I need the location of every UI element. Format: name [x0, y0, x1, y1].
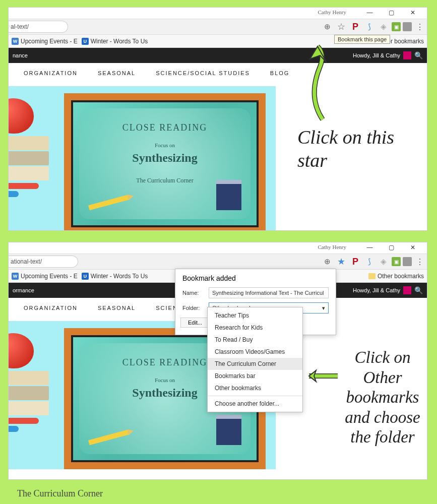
menu-dots-icon[interactable]: ⋮ — [414, 21, 426, 33]
admin-greeting[interactable]: Howdy, Jill & Cathy — [353, 52, 400, 58]
dropdown-item[interactable]: Other bookmarks — [208, 382, 302, 394]
pinterest-icon[interactable]: P — [349, 21, 361, 33]
wp-admin-bar: nance Howdy, Jill & Cathy 🔍 — [9, 48, 427, 63]
dropdown-item[interactable]: Research for Kids — [208, 322, 302, 334]
avatar-icon[interactable] — [403, 286, 411, 294]
close-button[interactable] — [403, 8, 423, 18]
notebook-image — [216, 415, 241, 445]
annotation-text-bottom: Click on Other bookmarks and choose the … — [335, 348, 430, 448]
poster-subtitle: Focus on — [155, 377, 175, 383]
admin-bar-left: nance — [13, 52, 28, 58]
admin-bar-left: ormance — [13, 287, 34, 293]
bookmark-name-input[interactable] — [209, 287, 329, 298]
nav-blog[interactable]: BLOG — [270, 70, 290, 76]
book-image — [9, 151, 49, 165]
site-nav: ORGANIZATION SEASONAL SCIENCE/SOCIAL STU… — [9, 63, 427, 83]
dropdown-item[interactable]: To Read / Buy — [208, 334, 302, 346]
nav-organization[interactable]: ORGANIZATION — [24, 70, 78, 76]
screenshot-top: Cathy Henry ☆ P ⟆ ◈ ▣ ⋮ Bookmark this pa… — [8, 7, 427, 231]
window-username: Cathy Henry — [318, 9, 346, 15]
chevron-down-icon: ▾ — [322, 305, 325, 311]
folder-dropdown: Teacher Tips Research for Kids To Read /… — [207, 307, 303, 412]
nav-seasonal[interactable]: SEASONAL — [98, 70, 136, 76]
notebook-image — [216, 180, 241, 210]
minimize-button[interactable] — [359, 242, 380, 253]
search-icon[interactable]: 🔍 — [414, 51, 423, 59]
pinterest-icon[interactable]: P — [349, 256, 361, 268]
other-bookmarks-link[interactable]: Other bookmarks — [368, 273, 424, 280]
green-extension-icon[interactable]: ▣ — [392, 22, 401, 31]
annotation-text-top: Click on this star — [297, 126, 413, 172]
bookmark-item[interactable]: WUpcoming Events - E — [12, 38, 78, 45]
poster-word: Synthesizing — [132, 151, 197, 165]
nav-science[interactable]: SCIENCE/SOCIAL STUDIES — [156, 70, 250, 76]
favicon-w-icon: W — [12, 38, 19, 45]
popup-title: Bookmark added — [182, 274, 329, 282]
marker-image — [9, 418, 39, 424]
favicon-u-icon: U — [82, 273, 89, 280]
annotation-arrow-up — [297, 41, 343, 127]
dropdown-item[interactable]: Teacher Tips — [208, 309, 302, 322]
bookmark-item[interactable]: UWinter - Words To Us — [82, 38, 148, 45]
close-button[interactable] — [403, 242, 423, 253]
window-titlebar: Cathy Henry — [9, 8, 427, 19]
dropdown-item[interactable]: Classroom Videos/Games — [208, 346, 302, 358]
bookmark-item[interactable]: WUpcoming Events - E — [12, 273, 78, 280]
grey-extension-icon[interactable] — [403, 22, 412, 31]
poster-word: Synthesizing — [132, 386, 197, 400]
poster-frame: CLOSE READING Focus on Synthesizing The … — [64, 93, 266, 231]
bird-extension-icon[interactable]: ⟆ — [363, 21, 376, 33]
folder-label: Folder: — [182, 305, 205, 311]
book-image — [9, 166, 49, 180]
search-icon[interactable]: 🔍 — [414, 286, 423, 294]
book-image — [9, 386, 49, 400]
annotation-arrow-left — [300, 368, 340, 384]
poster-brand: The Curriculum Corner — [136, 177, 193, 184]
favicon-w-icon: W — [12, 273, 19, 280]
name-label: Name: — [182, 290, 205, 296]
grey-extension-icon[interactable] — [403, 257, 412, 266]
dropbox-icon[interactable]: ◈ — [378, 256, 390, 268]
apple-image — [9, 333, 34, 368]
window-username: Cathy Henry — [318, 244, 346, 250]
marker-image — [9, 183, 39, 189]
marker-image — [9, 426, 19, 432]
zoom-icon[interactable] — [321, 256, 333, 268]
window-titlebar: Cathy Henry — [9, 242, 427, 254]
folder-icon — [368, 273, 376, 279]
address-bar-row: ☆ P ⟆ ◈ ▣ ⋮ — [9, 19, 427, 35]
url-input[interactable] — [8, 256, 78, 268]
dropdown-item[interactable]: Bookmarks bar — [208, 370, 302, 382]
dropdown-item-highlighted[interactable]: The Curriculum Corner — [208, 358, 302, 370]
bookmark-star-icon-filled[interactable]: ★ — [335, 256, 347, 268]
apple-image — [9, 98, 34, 134]
bookmark-item[interactable]: UWinter - Words To Us — [82, 273, 148, 280]
bookmark-tooltip: Bookmark this page — [334, 35, 390, 44]
poster-title: CLOSE READING — [122, 357, 208, 368]
admin-greeting[interactable]: Howdy, Jill & Cathy — [353, 287, 400, 293]
nav-seasonal[interactable]: SEASONAL — [98, 305, 136, 311]
maximize-button[interactable] — [381, 8, 401, 18]
book-image — [9, 136, 49, 150]
minimize-button[interactable] — [359, 8, 380, 18]
url-input[interactable] — [8, 21, 68, 33]
green-extension-icon[interactable]: ▣ — [392, 257, 401, 266]
bird-extension-icon[interactable]: ⟆ — [363, 256, 376, 268]
poster-title: CLOSE READING — [122, 122, 208, 133]
menu-dots-icon[interactable]: ⋮ — [414, 256, 426, 268]
edit-button[interactable]: Edit... — [180, 318, 210, 328]
nav-organization[interactable]: ORGANIZATION — [24, 305, 78, 311]
dropdown-choose-another[interactable]: Choose another folder... — [208, 398, 302, 410]
book-image — [9, 401, 49, 415]
favicon-u-icon: U — [82, 38, 89, 45]
zoom-icon[interactable] — [321, 21, 333, 33]
bookmark-star-icon[interactable]: ☆ — [335, 21, 347, 33]
poster-subtitle: Focus on — [155, 142, 175, 148]
address-bar-row: ★ P ⟆ ◈ ▣ ⋮ — [9, 254, 427, 270]
dropbox-icon[interactable]: ◈ — [378, 21, 390, 33]
marker-image — [9, 191, 19, 197]
maximize-button[interactable] — [381, 242, 401, 253]
book-image — [9, 371, 49, 385]
avatar-icon[interactable] — [403, 51, 411, 59]
credit-text: The Curriculum Corner — [17, 488, 103, 499]
